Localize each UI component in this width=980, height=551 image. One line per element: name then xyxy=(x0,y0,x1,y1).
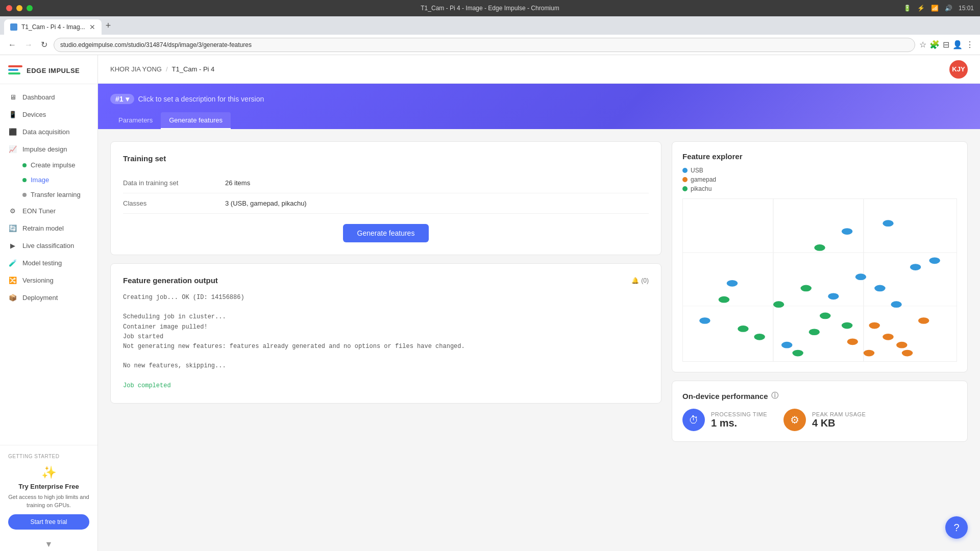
right-column: Feature explorer USB gamepad pikachu xyxy=(672,141,968,539)
back-button[interactable]: ← xyxy=(6,38,18,52)
sub-dot-gray xyxy=(22,193,27,197)
legend-label-pikachu: pikachu xyxy=(691,185,712,192)
sidebar-item-devices[interactable]: 📱 Devices xyxy=(0,106,97,123)
enterprise-description: Get access to high job limits and traini… xyxy=(8,493,89,509)
log-line-2: Scheduling job in cluster... xyxy=(123,312,649,322)
window-close[interactable] xyxy=(6,5,12,11)
device-icon: 📱 xyxy=(8,110,17,119)
sidebar: EDGE IMPULSE 🖥 Dashboard 📱 Devices ⬛ Dat… xyxy=(0,55,98,551)
output-title: Feature generation output xyxy=(123,276,218,285)
dot-pikachu-6 xyxy=(820,313,830,319)
sidebar-subitem-label: Image xyxy=(31,176,49,184)
version-badge[interactable]: #1 ▾ xyxy=(110,94,134,104)
tab-parameters[interactable]: Parameters xyxy=(110,112,161,129)
system-icon-volume: 🔊 xyxy=(945,5,952,12)
logo-bar-1 xyxy=(8,65,22,67)
dot-usb-3 xyxy=(727,280,738,287)
legend-item-pikachu: pikachu xyxy=(682,185,957,192)
sidebar-item-versioning[interactable]: 🔀 Versioning xyxy=(0,271,97,289)
version-number: #1 xyxy=(115,95,124,103)
output-badge: 🔔 (0) xyxy=(631,277,649,284)
sidebar-item-live-classification[interactable]: ▶ Live classification xyxy=(0,237,97,254)
extensions-icon[interactable]: 🧩 xyxy=(929,40,940,49)
peak-ram-icon: ⚙ xyxy=(783,409,806,431)
sidebar-item-label: Data acquisition xyxy=(22,128,70,136)
log-line-5: Not generating new features: features al… xyxy=(123,342,649,352)
processing-time-value: 1 ms. xyxy=(711,417,767,429)
generate-features-button[interactable]: Generate features xyxy=(343,224,429,242)
processing-time-icon: ⏱ xyxy=(682,409,705,431)
legend-label-usb: USB xyxy=(691,167,703,174)
sidebar-item-impulse-design[interactable]: 📈 Impulse design xyxy=(0,140,97,158)
help-circle-icon[interactable]: ⓘ xyxy=(771,391,778,400)
tab-bar: T1_Cam - Pi 4 - Imag... ✕ + xyxy=(0,16,980,35)
start-trial-button[interactable]: Start free trial xyxy=(8,514,89,530)
sidebar-item-dashboard[interactable]: 🖥 Dashboard xyxy=(0,88,97,106)
url-input[interactable] xyxy=(54,38,915,52)
sidebar-item-deployment[interactable]: 📦 Deployment xyxy=(0,289,97,306)
version-row: #1 ▾ Click to set a description for this… xyxy=(110,94,968,104)
peak-ram-meta: PEAK RAM USAGE 4 KB xyxy=(812,411,866,429)
sidebar-item-eon-tuner[interactable]: ⚙ EON Tuner xyxy=(0,202,97,219)
tab-generate-features-label: Generate features xyxy=(169,116,223,124)
scatter-svg xyxy=(683,199,957,361)
tab-close-button[interactable]: ✕ xyxy=(89,23,95,31)
system-icon-wifi: 📶 xyxy=(931,5,939,12)
user-avatar[interactable]: KJY xyxy=(949,60,968,79)
help-button[interactable]: ? xyxy=(945,516,968,539)
profile-icon[interactable]: 👤 xyxy=(952,40,963,49)
dot-gamepad-7 xyxy=(864,350,874,357)
sidebar-item-retrain-model[interactable]: 🔄 Retrain model xyxy=(0,219,97,237)
enterprise-icon: ✨ xyxy=(8,465,89,480)
sidebar-item-label: Model testing xyxy=(22,259,62,267)
sidebar-item-label: Impulse design xyxy=(22,145,67,153)
sidebar-item-label: EON Tuner xyxy=(22,207,56,215)
window-minimize[interactable] xyxy=(16,5,22,11)
getting-started-label: GETTING STARTED xyxy=(8,454,89,459)
sidebar-subitem-create-impulse[interactable]: Create impulse xyxy=(0,158,97,172)
window-maximize[interactable] xyxy=(27,5,33,11)
training-value-classes: 3 (USB, gamepad, pikachu) xyxy=(225,199,307,207)
log-success-line: Job completed xyxy=(123,381,649,391)
forward-button[interactable]: → xyxy=(22,38,35,52)
browser-tab-active[interactable]: T1_Cam - Pi 4 - Imag... ✕ xyxy=(4,19,102,35)
processing-time-metric: ⏱ PROCESSING TIME 1 ms. xyxy=(682,409,767,431)
sidebar-toggle-icon[interactable]: ⊟ xyxy=(943,40,949,49)
sub-dot-green xyxy=(22,163,27,167)
enterprise-title: Try Enterprise Free xyxy=(8,483,89,490)
performance-title: On-device performance ⓘ xyxy=(682,391,957,400)
breadcrumb-separator: / xyxy=(166,65,168,73)
dot-usb-4 xyxy=(828,293,839,299)
dot-usb-5 xyxy=(855,273,866,280)
breadcrumb-user: KHOR JIA YONG xyxy=(110,65,162,73)
address-bar: ← → ↻ ☆ 🧩 ⊟ 👤 ⋮ xyxy=(0,35,980,55)
dot-usb-2 xyxy=(781,342,792,348)
dot-gamepad-5 xyxy=(918,317,929,324)
address-bar-icons: ☆ 🧩 ⊟ 👤 ⋮ xyxy=(919,40,974,49)
training-label-classes: Classes xyxy=(123,199,225,207)
sidebar-subitem-label: Create impulse xyxy=(31,161,75,169)
box-icon: 📦 xyxy=(8,293,17,302)
sidebar-subitem-transfer-learning[interactable]: Transfer learning xyxy=(0,187,97,202)
log-line-3: Container image pulled! xyxy=(123,322,649,332)
bookmark-icon[interactable]: ☆ xyxy=(919,40,926,49)
sidebar-subitem-label: Transfer learning xyxy=(31,191,81,198)
sidebar-item-data-acquisition[interactable]: ⬛ Data acquisition xyxy=(0,123,97,140)
sidebar-subitem-image[interactable]: Image xyxy=(0,172,97,187)
system-icon-battery: 🔋 xyxy=(903,5,911,12)
new-tab-button[interactable]: + xyxy=(102,20,115,31)
generate-btn-wrap: Generate features xyxy=(123,224,649,242)
sidebar-item-model-testing[interactable]: 🧪 Model testing xyxy=(0,254,97,271)
page-tabs: Parameters Generate features xyxy=(110,112,968,129)
tab-favicon xyxy=(10,23,17,31)
dot-gamepad-6 xyxy=(902,350,913,357)
sidebar-item-label: Live classification xyxy=(22,242,74,249)
reload-button[interactable]: ↻ xyxy=(39,38,50,52)
sidebar-item-label: Dashboard xyxy=(22,93,55,101)
tab-generate-features[interactable]: Generate features xyxy=(161,112,231,129)
system-time: 15:01 xyxy=(959,5,974,12)
git-icon: 🔀 xyxy=(8,276,17,285)
processing-time-label: PROCESSING TIME xyxy=(711,411,767,417)
menu-icon[interactable]: ⋮ xyxy=(966,40,974,49)
tab-label: T1_Cam - Pi 4 - Imag... xyxy=(21,23,85,31)
